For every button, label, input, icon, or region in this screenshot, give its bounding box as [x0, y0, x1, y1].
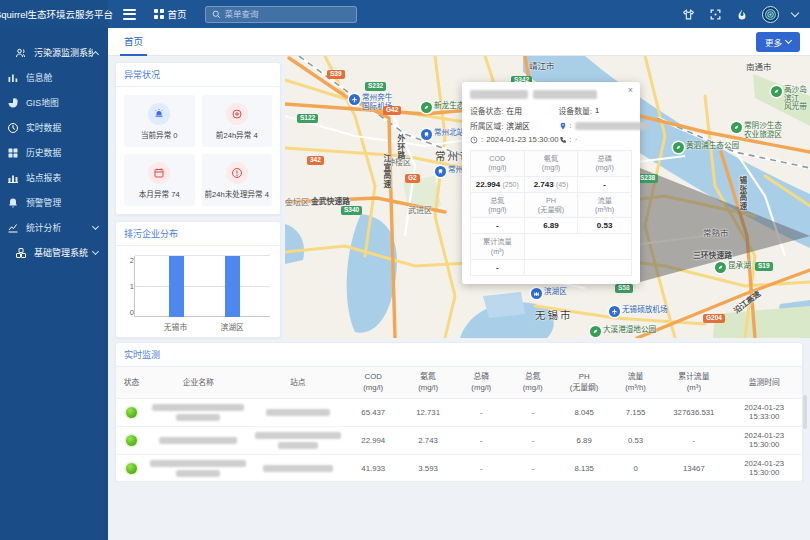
col-header-2: 站点 — [250, 367, 346, 398]
gis-map[interactable]: 靖江市南通市常州市钟楼区武进区金坛区金武快速路外环路江宜高速无锡市常熟市三环快速… — [285, 56, 810, 338]
map-poi-5[interactable]: 常阴沙生态农业旅游区 — [731, 122, 782, 139]
map-poi-8[interactable]: 无锡硕放机场 — [609, 306, 668, 317]
map-poi-7[interactable]: 昆承湖 — [715, 262, 751, 273]
table-row[interactable]: 22.9942.743--6.890.53-2024-01-23 15:30:0… — [116, 426, 802, 454]
value-cell: 2024-01-23 15:30:00 — [726, 426, 802, 454]
poi-label: 昆承湖 — [728, 262, 751, 271]
map-poi-10[interactable]: 滨湖区 — [531, 288, 567, 299]
gridline — [135, 316, 270, 317]
map-label-1: 南通市 — [746, 60, 772, 72]
sidebar-item-5[interactable]: 预警管理 — [0, 190, 108, 215]
airport-icon — [609, 306, 620, 317]
col-header-4: 氨氮(mg/l) — [401, 367, 456, 398]
map-poi-4[interactable]: 高沙岛滨江风光带 — [771, 86, 810, 112]
value-cell: 13467 — [661, 454, 726, 482]
redacted-text — [176, 414, 220, 421]
map-label-0: 靖江市 — [529, 59, 555, 71]
menu-search[interactable] — [205, 6, 357, 23]
alarm-card-label: 前24h异常 4 — [216, 129, 258, 140]
status-dot-online — [126, 435, 137, 446]
top-header: Squirrel生态环境云服务平台 首页 — [0, 0, 810, 28]
poi-label: 无锡硕放机场 — [622, 306, 668, 315]
col-header-0: 状态 — [116, 367, 147, 398]
table-row[interactable]: 65.43712.731--8.0457.155327636.5312024-0… — [116, 398, 802, 426]
alarm-card-0[interactable]: 当前异常 0 — [124, 95, 195, 147]
site-name-redacted — [250, 426, 346, 454]
road-badge-S122: S122 — [297, 114, 318, 123]
map-label-11: 三环快速路 — [693, 249, 732, 260]
map-label-10: 常熟市 — [703, 226, 729, 238]
nav-home[interactable]: 首页 — [154, 7, 187, 21]
poi-label: 大溪港湿地公园 — [603, 326, 656, 335]
alarm-card-2[interactable]: 本月异常 74 — [124, 154, 195, 206]
table-row[interactable]: 41.9333.593--8.1350134672024-01-23 15:30… — [116, 454, 802, 482]
road-badge-S238: S238 — [637, 174, 658, 183]
close-icon[interactable]: × — [628, 86, 633, 95]
value-cell: 0.53 — [610, 426, 661, 454]
sidebar-item-3[interactable]: 历史数据 — [0, 140, 108, 165]
redacted-text — [266, 409, 330, 416]
status-cell — [116, 398, 147, 426]
sidebar-item-6[interactable]: 统计分析 — [0, 215, 108, 240]
road-badge-G204: G204 — [703, 314, 725, 323]
value-cell: - — [456, 426, 507, 454]
gis-map-icon — [6, 96, 19, 109]
col-header-3: COD(mg/l) — [346, 367, 401, 398]
col-header-5: 总磷(mg/l) — [456, 367, 507, 398]
phone: :· — [559, 135, 649, 144]
park-icon — [731, 122, 742, 133]
tab-home[interactable]: 首页 — [120, 28, 147, 56]
col-header-10: 监测时间 — [726, 367, 802, 398]
fullscreen-icon[interactable] — [708, 7, 722, 21]
poi-label: 常州北站 — [434, 129, 464, 138]
alarm-card-label: 本月异常 74 — [139, 188, 180, 199]
train-icon — [421, 129, 432, 140]
gridline — [135, 286, 270, 287]
park-icon — [673, 142, 684, 153]
chevron-down-icon — [92, 223, 99, 230]
value-cell: 3.593 — [401, 454, 456, 482]
map-poi-9[interactable]: 大溪港湿地公园 — [590, 326, 656, 337]
park-icon — [715, 262, 726, 273]
user-avatar[interactable] — [762, 6, 779, 23]
park-icon — [421, 102, 432, 113]
alarm-card-1[interactable]: 前24h异常 4 — [202, 95, 273, 147]
map-label-7: 外环路 — [395, 134, 406, 160]
value-cell: 8.135 — [558, 454, 609, 482]
monitor-table: 状态企业名称站点COD(mg/l)氨氮(mg/l)总磷(mg/l)总氮(mg/l… — [116, 367, 802, 483]
col-header-1: 企业名称 — [147, 367, 250, 398]
chevron-down-icon[interactable] — [791, 8, 799, 16]
chevron-down-icon — [785, 37, 792, 44]
road-badge-S340: S340 — [341, 206, 362, 215]
redacted-text — [255, 432, 341, 439]
search-input[interactable] — [225, 9, 350, 19]
value-cell: 2.743 — [401, 426, 456, 454]
road-badge-S39: S39 — [327, 70, 345, 79]
sidebar-group-pollution-monitoring[interactable]: 污染源监测系统 — [0, 40, 108, 65]
sidebar-item-0[interactable]: 信息舱 — [0, 65, 108, 90]
sidebar-group-base-management[interactable]: 基础管理系统 — [0, 240, 108, 265]
road-badge-S19: S19 — [755, 262, 773, 271]
value-cell: 327636.531 — [661, 398, 726, 426]
poi-label: 高沙岛滨江风光带 — [784, 86, 810, 112]
flame-icon[interactable] — [735, 7, 749, 21]
siren-icon — [148, 103, 170, 125]
value-cell: - — [456, 454, 507, 482]
more-button[interactable]: 更多 — [756, 32, 800, 52]
road-badge-G42: G42 — [383, 106, 401, 115]
map-poi-6[interactable]: 黄泗浦生态公园 — [673, 142, 739, 153]
sidebar-item-4[interactable]: 站点报表 — [0, 165, 108, 190]
theme-shirt-icon[interactable] — [681, 7, 695, 21]
airport-icon — [349, 94, 360, 105]
hamburger-menu-icon[interactable] — [114, 9, 144, 20]
alarm-card-3[interactable]: 前24h未处理异常 4 — [202, 154, 273, 206]
location-pin-icon — [559, 122, 567, 130]
alarm-card-label: 当前异常 0 — [141, 129, 178, 140]
realtime-monitor-panel: 实时监测 状态企业名称站点COD(mg/l)氨氮(mg/l)总磷(mg/l)总氮… — [115, 342, 803, 482]
sidebar-item-1[interactable]: GIS地图 — [0, 90, 108, 115]
sidebar-item-2[interactable]: 实时数据 — [0, 115, 108, 140]
table-scrollbar[interactable] — [803, 395, 807, 429]
enterprise-name-redacted — [147, 454, 250, 482]
map-poi-2[interactable]: 常州北站 — [421, 129, 464, 140]
road-badge-S58: S58 — [615, 284, 633, 293]
